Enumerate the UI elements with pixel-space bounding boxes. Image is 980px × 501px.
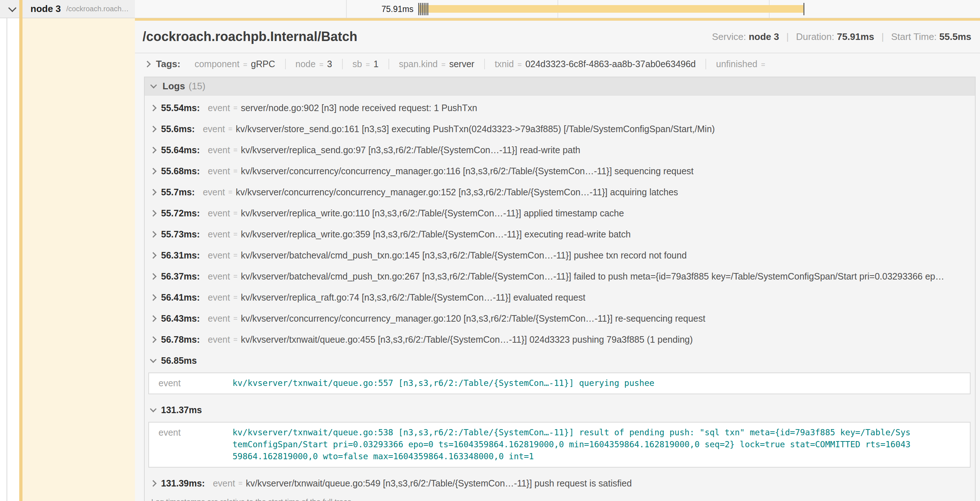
tag-pill: span.kind=server [389,59,485,69]
log-entry[interactable]: 55.72ms:event=kv/kvserver/replica_write.… [145,203,975,223]
log-entry[interactable]: 56.37ms:event=kv/kvserver/batcheval/cmd_… [145,266,975,287]
span-service-name: node 3 [30,3,61,14]
span-meta: Service: node 3|Duration: 75.91ms|Start … [712,31,971,43]
log-marker-tick [427,3,428,15]
chevron-right-icon[interactable] [150,252,156,258]
tags-list: component=gRPCnode=3sb=1span.kind=server… [185,59,779,69]
chevron-right-icon[interactable] [144,61,151,67]
log-field-key: event [203,124,225,134]
log-field-value: kv/kvserver/replica_send.go:97 [n3,s3,r6… [241,145,580,155]
chevron-right-icon[interactable] [150,480,156,487]
chevron-right-icon[interactable] [150,147,156,153]
tag-pill: component=gRPC [185,59,285,69]
log-entry[interactable]: 55.68ms:event=kv/kvserver/concurrency/co… [145,161,975,182]
log-field-value: kv/kvserver/txnwait/queue.go:538 [n3,s3,… [232,427,911,463]
meta-item: Duration: 75.91ms [796,31,874,42]
chevron-right-icon[interactable] [150,189,156,195]
log-field-key: event [208,334,230,345]
equals-sign: = [233,230,237,239]
equals-sign: = [233,335,237,344]
chevron-right-icon[interactable] [150,273,156,279]
equals-sign: = [233,104,237,112]
log-entry[interactable]: 55.73ms:event=kv/kvserver/replica_write.… [145,223,975,245]
log-timestamp: 55.64ms: [161,145,200,155]
log-timestamp: 55.68ms: [161,166,200,176]
span-duration-label: 75.91ms [370,0,414,18]
log-marker-tick [424,3,425,15]
chevron-right-icon[interactable] [150,168,156,174]
equals-sign: = [233,146,237,154]
meta-item: Service: node 3 [712,31,779,42]
log-field-key: event [208,166,230,176]
log-entry[interactable]: 56.43ms:event=kv/kvserver/concurrency/co… [145,308,975,329]
log-field-key: event [208,271,230,282]
timeline-gridline [346,0,347,18]
log-fields-table: eventkv/kvserver/txnwait/queue.go:538 [n… [148,422,970,467]
log-timestamp: 131.39ms: [161,478,205,489]
log-entry-header[interactable]: 131.37ms [145,399,975,420]
log-field-key: event [208,103,230,113]
chevron-right-icon[interactable] [150,231,156,238]
chevron-right-icon[interactable] [150,294,156,301]
log-field-value: kv/kvserver/concurrency/concurrency_mana… [236,187,678,198]
equals-sign: = [233,209,237,217]
log-field-value: kv/kvserver/replica_raft.go:74 [n3,s3,r6… [241,292,585,303]
equals-sign: = [228,188,232,196]
meta-label: Service: [712,31,749,42]
logs-list: 55.54ms:event=server/node.go:902 [n3] no… [145,96,975,494]
log-field-row: eventkv/kvserver/txnwait/queue.go:557 [n… [149,377,970,389]
log-entry[interactable]: 55.6ms:event=kv/kvserver/store_send.go:1… [145,118,975,139]
log-entry[interactable]: 55.54ms:event=server/node.go:902 [n3] no… [145,97,975,118]
log-field-key: event [213,478,235,489]
tag-value: server [449,59,474,69]
tag-key: txnid [495,59,514,69]
equals-sign: = [761,61,765,69]
equals-sign: = [238,479,243,488]
chevron-down-icon[interactable] [150,82,157,88]
meta-value: 75.91ms [837,31,874,42]
equals-sign: = [233,294,237,302]
equals-sign: = [243,61,247,69]
span-bar-row: node 3 /cockroach.roach… 75.91ms [0,0,980,18]
meta-separator: | [786,31,789,42]
tag-pill: node=3 [286,59,343,69]
logs-accordian-header[interactable]: Logs (15) [145,77,975,96]
chevron-right-icon[interactable] [150,126,156,132]
log-timestamp: 56.85ms [161,356,197,366]
log-field-key: event [149,427,232,439]
log-entry[interactable]: 55.64ms:event=kv/kvserver/replica_send.g… [145,139,975,161]
chevron-right-icon[interactable] [150,105,156,111]
equals-sign: = [233,251,237,260]
log-timestamp: 56.78ms: [161,334,200,345]
log-field-value: kv/kvserver/concurrency/concurrency_mana… [241,166,694,176]
equals-sign: = [228,125,232,133]
logs-title: Logs [162,81,185,92]
log-field-value: kv/kvserver/batcheval/cmd_push_txn.go:14… [241,250,687,261]
equals-sign: = [233,167,237,176]
span-row-tint [22,18,135,501]
log-entry[interactable]: 56.41ms:event=kv/kvserver/replica_raft.g… [145,287,975,308]
log-entry[interactable]: 56.31ms:event=kv/kvserver/batcheval/cmd_… [145,245,975,266]
log-entry[interactable]: 55.7ms:event=kv/kvserver/concurrency/con… [145,182,975,203]
log-timestamp: 55.73ms: [161,229,200,239]
log-timestamp: 56.37ms: [161,271,200,282]
tags-accordian-header[interactable]: Tags: component=gRPCnode=3sb=1span.kind=… [135,53,980,74]
chevron-right-icon[interactable] [150,210,156,216]
equals-sign: = [517,61,522,69]
log-entry[interactable]: 131.39ms:event=kv/kvserver/txnwait/queue… [145,473,975,494]
chevron-right-icon[interactable] [150,315,156,322]
chevron-right-icon[interactable] [150,336,156,343]
span-duration-bar[interactable] [418,5,803,13]
log-entry[interactable]: 56.78ms:event=kv/kvserver/txnwait/queue.… [145,329,975,350]
chevron-down-icon[interactable] [150,405,156,412]
log-entry-header[interactable]: 56.85ms [145,350,975,371]
chevron-down-icon[interactable] [8,4,17,12]
log-timestamp: 55.72ms: [161,208,200,219]
log-timestamp: 55.7ms: [161,187,195,198]
chevron-down-icon[interactable] [150,356,156,363]
tag-value: 1 [374,59,379,69]
tag-pill: txnid=024d3323-6c8f-4863-aa8b-37ab0e6349… [485,59,706,69]
log-timestamp: 56.41ms: [161,292,200,303]
equals-sign: = [441,61,446,69]
log-timestamp: 55.6ms: [161,124,195,134]
